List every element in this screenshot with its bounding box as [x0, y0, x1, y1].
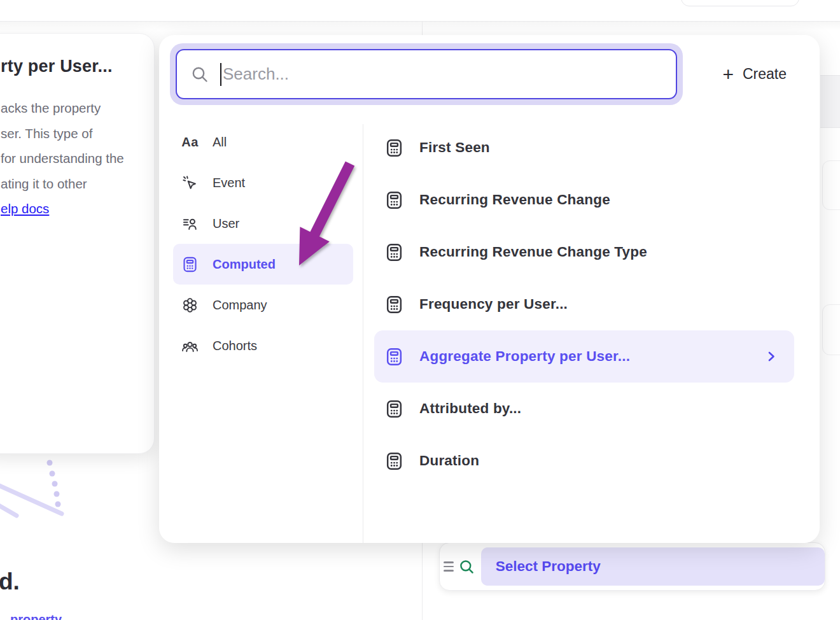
clipped-heading: d. — [0, 568, 20, 595]
search-input[interactable] — [223, 64, 676, 84]
text-aa-icon: Aa — [181, 134, 199, 151]
calculator-icon — [384, 138, 404, 158]
company-cluster-icon — [181, 297, 199, 314]
background-right-card-edge — [822, 304, 840, 355]
calculator-icon — [384, 190, 404, 210]
sidebar-item-label: All — [213, 135, 227, 150]
sidebar-item-all[interactable]: Aa All — [173, 122, 353, 162]
property-item-frequency-per-user[interactable]: Frequency per User... — [374, 278, 794, 330]
user-list-icon — [181, 215, 199, 232]
property-label: Recurring Revenue Change Type — [419, 244, 647, 260]
sidebar-item-label: Computed — [213, 257, 276, 272]
background-right-card-edge — [822, 160, 840, 210]
calculator-icon — [384, 451, 404, 471]
tooltip-title: rty per User... — [1, 57, 148, 76]
text-caret — [220, 63, 221, 86]
search-icon — [190, 65, 209, 84]
plus-icon: + — [722, 65, 734, 84]
annotation-arrow — [290, 160, 366, 275]
cohorts-people-icon — [181, 337, 199, 355]
tooltip-line: for understanding the — [1, 146, 148, 171]
clipped-purple-link: property — [10, 612, 62, 620]
tooltip-body: acks the property ser. This type of for … — [1, 95, 148, 222]
chevron-right-icon — [765, 350, 778, 363]
help-docs-link[interactable]: elp docs — [1, 196, 49, 222]
create-button[interactable]: + Create — [722, 43, 787, 105]
property-item-first-seen[interactable]: First Seen — [374, 122, 794, 174]
property-item-recurring-revenue-change[interactable]: Recurring Revenue Change — [374, 174, 794, 226]
select-property-label: Select Property — [496, 558, 601, 575]
calculator-icon — [384, 347, 404, 367]
calculator-icon — [384, 399, 404, 419]
background-divider-shadow — [0, 22, 840, 31]
select-property-card: Select Property — [439, 542, 825, 591]
event-cursor-icon — [181, 174, 199, 192]
property-label: Recurring Revenue Change — [419, 192, 610, 208]
create-button-label: Create — [743, 66, 787, 83]
tooltip-line: acks the property — [1, 95, 148, 121]
tooltip-line: ating it to other — [1, 171, 148, 197]
sidebar-item-label: Cohorts — [213, 339, 257, 353]
select-property-button[interactable]: Select Property — [481, 547, 825, 586]
sidebar-item-label: Company — [213, 298, 267, 313]
sidebar-item-label: Event — [213, 176, 245, 190]
search-input-box[interactable] — [176, 49, 677, 99]
sidebar-item-label: User — [213, 216, 239, 231]
property-label: First Seen — [419, 139, 490, 156]
background-right-panel-strip — [820, 75, 840, 128]
property-item-attributed-by[interactable]: Attributed by... — [374, 383, 794, 435]
drag-handle-icon[interactable] — [444, 561, 454, 571]
sidebar-item-cohorts[interactable]: Cohorts — [173, 325, 353, 366]
property-item-aggregate-property-per-user[interactable]: Aggregate Property per User... — [374, 330, 794, 383]
property-label: Attributed by... — [419, 400, 521, 417]
decorative-doodle — [0, 453, 76, 523]
background-partial-button — [681, 0, 799, 6]
property-selector-modal: + Create Aa All Event — [159, 35, 820, 543]
property-list: First Seen Recurring Revenue Change Recu… — [374, 122, 794, 487]
search-focus-ring — [170, 43, 683, 105]
calculator-icon — [384, 295, 404, 314]
property-item-recurring-revenue-change-type[interactable]: Recurring Revenue Change Type — [374, 226, 794, 278]
sidebar-item-company[interactable]: Company — [173, 285, 353, 325]
search-icon-green — [458, 558, 475, 575]
property-label: Duration — [419, 453, 479, 469]
calculator-icon — [181, 256, 199, 273]
tooltip-line: ser. This type of — [1, 121, 148, 146]
calculator-icon — [384, 243, 404, 262]
property-tooltip-card: rty per User... acks the property ser. T… — [0, 33, 155, 454]
property-item-duration[interactable]: Duration — [374, 435, 794, 487]
property-label: Aggregate Property per User... — [419, 348, 630, 365]
property-label: Frequency per User... — [419, 296, 568, 313]
